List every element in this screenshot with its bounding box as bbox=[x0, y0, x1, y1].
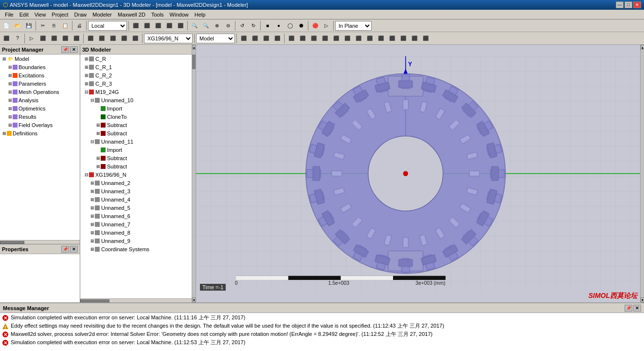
sub2-toggle[interactable]: ⊞ bbox=[96, 131, 101, 136]
tb2-b12[interactable]: ⬛ bbox=[130, 33, 141, 44]
sub4-toggle[interactable]: ⊞ bbox=[96, 164, 101, 169]
un9-toggle[interactable]: ⊞ bbox=[90, 239, 95, 243]
prop-pin[interactable]: 📌 bbox=[61, 246, 69, 253]
vp-scroll-down[interactable]: ▼ bbox=[641, 297, 644, 302]
results-toggle[interactable]: ⊞ bbox=[8, 114, 13, 119]
obj-cr1[interactable]: ⊞ C_R_1 bbox=[80, 63, 192, 71]
fo-toggle[interactable]: ⊞ bbox=[8, 123, 13, 128]
vp-scroll-up[interactable]: ▲ bbox=[641, 45, 644, 50]
tb2-b27[interactable]: ⬛ bbox=[398, 33, 409, 44]
sub3-toggle[interactable]: ⊞ bbox=[96, 156, 101, 161]
tb-b7[interactable]: 🔍 bbox=[200, 20, 211, 31]
obj-un3[interactable]: ⊞ Unnamed_3 bbox=[80, 187, 192, 195]
tb-b16[interactable]: 🔴 bbox=[310, 20, 321, 31]
tb2-b7[interactable]: ⬛ bbox=[71, 33, 82, 44]
tb2-b6[interactable]: ⬛ bbox=[60, 33, 71, 44]
obj-xg196[interactable]: ⊟ XG196/96_N bbox=[80, 170, 192, 179]
tree-parameters[interactable]: ⊞ Parameters bbox=[0, 79, 80, 88]
tb-b1[interactable]: ⬛ bbox=[130, 20, 141, 31]
obj-sub4[interactable]: ⊞ Subtract bbox=[80, 162, 192, 170]
maximize-button[interactable]: □ bbox=[625, 1, 632, 8]
un10-toggle[interactable]: ⊟ bbox=[90, 98, 95, 103]
root-toggle[interactable]: ⊞ bbox=[2, 56, 7, 61]
view-dropdown[interactable]: Model bbox=[196, 34, 235, 43]
mesh-toggle[interactable]: ⊞ bbox=[8, 90, 13, 94]
pm-close[interactable]: ✕ bbox=[70, 46, 78, 53]
analysis-toggle[interactable]: ⊞ bbox=[8, 98, 13, 103]
mm-close[interactable]: ✕ bbox=[633, 305, 641, 312]
obj-un11[interactable]: ⊟ Unnamed_11 bbox=[80, 137, 192, 146]
tb2-b20[interactable]: ⬛ bbox=[320, 33, 330, 44]
tree-results[interactable]: ⊞ Results bbox=[0, 112, 80, 121]
tb-open[interactable]: 📂 bbox=[12, 20, 23, 31]
sub1-toggle[interactable]: ⊞ bbox=[96, 123, 101, 128]
tb-b15[interactable]: ⬟ bbox=[296, 20, 306, 31]
obj-sub1[interactable]: ⊞ Subtract bbox=[80, 121, 192, 129]
obj-un10[interactable]: ⊟ Unnamed_10 bbox=[80, 96, 192, 104]
xg-toggle[interactable]: ⊟ bbox=[84, 172, 89, 177]
pm-pin[interactable]: 📌 bbox=[61, 46, 69, 53]
tb-b9[interactable]: ⊖ bbox=[223, 20, 233, 31]
menu-draw[interactable]: Draw bbox=[72, 11, 90, 18]
tb-b3[interactable]: ⬛ bbox=[153, 20, 163, 31]
obj-un9[interactable]: ⊞ Unnamed_9 bbox=[80, 237, 192, 245]
cr3-toggle[interactable]: ⊞ bbox=[84, 81, 89, 86]
tb2-b22[interactable]: ⬛ bbox=[342, 33, 353, 44]
tb2-b18[interactable]: ⬛ bbox=[297, 33, 308, 44]
scroll-up[interactable]: ▲ bbox=[192, 45, 196, 50]
obj-scrollbar-h[interactable] bbox=[80, 298, 192, 302]
cr-toggle[interactable]: ⊞ bbox=[84, 56, 89, 61]
tb2-b23[interactable]: ⬛ bbox=[353, 33, 364, 44]
tb-b13[interactable]: ● bbox=[273, 20, 284, 31]
menu-window[interactable]: Window bbox=[167, 11, 192, 18]
tb-cut[interactable]: ✂ bbox=[37, 20, 48, 31]
tb-b11[interactable]: ↻ bbox=[248, 20, 259, 31]
un5-toggle[interactable]: ⊞ bbox=[90, 205, 95, 210]
tb2-b29[interactable]: ⬛ bbox=[420, 33, 431, 44]
viewport-scrollbar-v[interactable]: ▲ ▼ bbox=[640, 45, 644, 302]
obj-un6[interactable]: ⊞ Unnamed_6 bbox=[80, 212, 192, 220]
tree-root[interactable]: ⊞ 📁 Model bbox=[0, 55, 80, 63]
obj-un7[interactable]: ⊞ Unnamed_7 bbox=[80, 220, 192, 228]
obj-import2[interactable]: Import bbox=[80, 146, 192, 154]
tb-print[interactable]: 🖨 bbox=[74, 20, 85, 31]
tb2-b17[interactable]: ⬛ bbox=[286, 33, 297, 44]
tb2-b16[interactable]: ⬛ bbox=[272, 33, 283, 44]
tree-definitions[interactable]: ⊞ Definitions bbox=[0, 129, 80, 137]
cr2-toggle[interactable]: ⊞ bbox=[84, 73, 89, 78]
tree-boundaries[interactable]: ⊞ Boundaries bbox=[0, 63, 80, 71]
un4-toggle[interactable]: ⊞ bbox=[90, 197, 95, 202]
tb-b5[interactable]: ⬛ bbox=[175, 20, 186, 31]
menu-help[interactable]: Help bbox=[192, 11, 209, 18]
tb2-b28[interactable]: ⬛ bbox=[409, 33, 420, 44]
obj-sub3[interactable]: ⊞ Subtract bbox=[80, 154, 192, 162]
cr1-toggle[interactable]: ⊞ bbox=[84, 65, 89, 70]
tb-b6[interactable]: 🔍 bbox=[189, 20, 200, 31]
view-plane-dropdown[interactable]: In Plane bbox=[335, 21, 372, 31]
tb2-b21[interactable]: ⬛ bbox=[331, 33, 341, 44]
cs-toggle[interactable]: ⊞ bbox=[90, 247, 95, 252]
tb2-b15[interactable]: ⬛ bbox=[261, 33, 271, 44]
un7-toggle[interactable]: ⊞ bbox=[90, 222, 95, 227]
tb-b12[interactable]: ■ bbox=[262, 20, 273, 31]
def-toggle[interactable]: ⊞ bbox=[2, 131, 7, 136]
tree-excitations[interactable]: ⊞ Excitations bbox=[0, 71, 80, 79]
prop-close[interactable]: ✕ bbox=[70, 246, 78, 253]
mm-pin[interactable]: 📌 bbox=[625, 305, 632, 312]
un2-toggle[interactable]: ⊞ bbox=[90, 181, 95, 185]
minimize-button[interactable]: — bbox=[616, 1, 624, 8]
tb2-b9[interactable]: ⬛ bbox=[96, 33, 107, 44]
excitations-toggle[interactable]: ⊞ bbox=[8, 73, 13, 78]
tb2-b11[interactable]: ⬛ bbox=[119, 33, 129, 44]
scroll-down[interactable]: ▼ bbox=[192, 297, 196, 302]
obj-un5[interactable]: ⊞ Unnamed_5 bbox=[80, 203, 192, 212]
tree-mesh-operations[interactable]: ⊞ Mesh Operations bbox=[0, 88, 80, 96]
menu-maxwell2d[interactable]: Maxwell 2D bbox=[115, 11, 148, 18]
tree-optimetrics[interactable]: ⊞ Optimetrics bbox=[0, 104, 80, 112]
component-dropdown[interactable]: XG196/96_N bbox=[144, 34, 193, 43]
optimetrics-toggle[interactable]: ⊞ bbox=[8, 106, 13, 111]
obj-coordsys[interactable]: ⊞ Coordinate Systems bbox=[80, 245, 192, 253]
tb-b8[interactable]: ⊕ bbox=[212, 20, 222, 31]
tb-b4[interactable]: ⬛ bbox=[164, 20, 175, 31]
un8-toggle[interactable]: ⊞ bbox=[90, 230, 95, 235]
